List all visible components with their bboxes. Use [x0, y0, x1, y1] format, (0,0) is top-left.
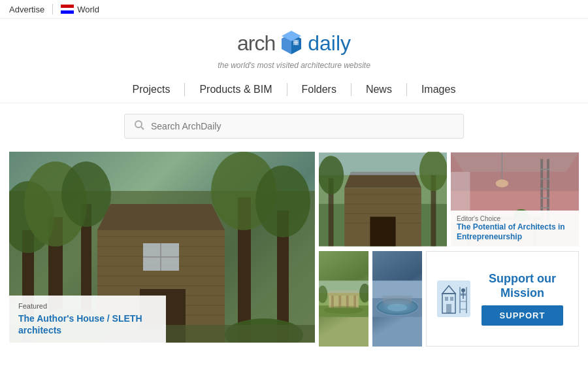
site-header: arch daily the world's most visited arch… [0, 19, 588, 74]
nav-news[interactable]: News [351, 84, 406, 95]
flag-icon [61, 5, 74, 14]
world-label: World [77, 5, 99, 14]
topbar: Advertise World [0, 0, 588, 19]
svg-point-83 [324, 306, 364, 313]
pool-svg [372, 251, 422, 347]
editors-choice-overlay: Editor's Choice The Potential of Archite… [451, 211, 579, 247]
search-icon [134, 120, 144, 133]
svg-marker-56 [451, 152, 579, 171]
grid-right-bottom: Support our Mission SUPPORT [319, 251, 579, 347]
support-title: Support our Mission [477, 272, 568, 300]
search-bar [0, 103, 588, 145]
thumb-cabin[interactable] [319, 152, 447, 247]
svg-rect-96 [450, 297, 453, 301]
search-input[interactable] [151, 121, 454, 131]
support-illustration [437, 280, 470, 317]
svg-rect-60 [540, 178, 549, 180]
svg-point-104 [461, 288, 465, 292]
svg-point-65 [496, 180, 509, 188]
nav-images[interactable]: Images [407, 84, 470, 95]
logo-daily: daily [308, 31, 351, 56]
featured-caption: Featured The Author's House / SLETH arch… [9, 296, 166, 343]
main-nav: Projects Products & BIM Folders News Ima… [0, 74, 588, 103]
svg-rect-79 [346, 296, 349, 308]
svg-point-18 [61, 162, 111, 227]
support-box: Support our Mission SUPPORT [426, 251, 579, 347]
support-illustration-svg [437, 280, 470, 317]
svg-rect-76 [331, 296, 334, 308]
content-grid: Featured The Author's House / SLETH arch… [0, 145, 588, 353]
advertise-link[interactable]: Advertise [9, 5, 44, 14]
svg-rect-59 [540, 169, 549, 170]
editors-choice-label: Editor's Choice [457, 215, 573, 222]
logo-cube-icon [276, 28, 306, 58]
featured-title[interactable]: The Author's House / SLETH architects [18, 313, 157, 336]
svg-rect-97 [446, 304, 451, 313]
logo[interactable]: arch daily [237, 28, 351, 58]
svg-point-20 [255, 165, 310, 237]
grid-right: Editor's Choice The Potential of Archite… [319, 152, 579, 347]
editors-choice-title[interactable]: The Potential of Architects in Entrepren… [457, 222, 573, 243]
svg-marker-21 [97, 204, 225, 230]
svg-point-7 [135, 121, 142, 128]
grid-right-top: Editor's Choice The Potential of Archite… [319, 152, 579, 247]
thumb-pool[interactable] [372, 251, 422, 347]
search-container [124, 114, 464, 139]
cabin-svg [319, 152, 447, 247]
nav-projects[interactable]: Projects [118, 84, 185, 95]
svg-point-50 [319, 156, 344, 194]
svg-rect-77 [353, 296, 356, 308]
svg-rect-62 [540, 197, 549, 199]
svg-rect-63 [540, 207, 549, 209]
nav-products-bim[interactable]: Products & BIM [185, 84, 286, 95]
pavilion-svg [319, 251, 368, 347]
world-selector[interactable]: World [61, 5, 99, 14]
featured-tag: Featured [18, 302, 157, 310]
support-button[interactable]: SUPPORT [482, 305, 564, 326]
nav-folders[interactable]: Folders [287, 84, 351, 95]
topbar-divider [52, 4, 53, 14]
svg-rect-95 [445, 297, 448, 301]
svg-line-8 [141, 127, 144, 129]
thumb-pavilion[interactable] [319, 251, 368, 347]
thumb-interior[interactable]: Editor's Choice The Potential of Archite… [451, 152, 579, 247]
svg-rect-61 [540, 188, 549, 189]
main-feature[interactable]: Featured The Author's House / SLETH arch… [9, 152, 315, 343]
support-content: Support our Mission SUPPORT [477, 272, 568, 326]
site-tagline: the world's most visited architecture we… [218, 61, 370, 70]
svg-rect-85 [372, 280, 422, 298]
svg-rect-47 [370, 216, 395, 246]
logo-arch: arch [237, 31, 275, 56]
svg-point-92 [387, 304, 407, 311]
svg-rect-78 [338, 296, 341, 308]
